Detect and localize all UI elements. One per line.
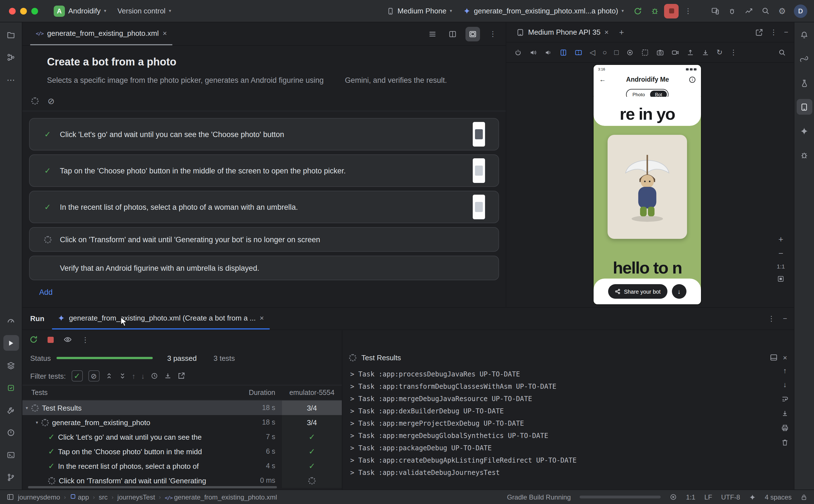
- tool-window-widget-icon[interactable]: [7, 493, 14, 501]
- breadcrumb-module[interactable]: app: [70, 493, 89, 501]
- test-tree-row[interactable]: Click on 'Transform' and wait until 'Gen…: [22, 473, 342, 488]
- panel-more-options-icon[interactable]: ⋮: [770, 29, 777, 36]
- clear-console-icon[interactable]: [781, 439, 789, 446]
- fold-open-icon[interactable]: [575, 48, 582, 56]
- zoom-level-label[interactable]: 1:1: [777, 263, 785, 270]
- breadcrumb-journeys-test[interactable]: journeysTest: [117, 493, 155, 501]
- step-screenshot-thumbnail[interactable]: [473, 195, 485, 219]
- overview-nav-icon[interactable]: □: [614, 49, 619, 56]
- push-file-icon[interactable]: [686, 48, 694, 56]
- emulator-screen[interactable]: 3:16 ← Androidify Me i: [594, 65, 701, 304]
- breadcrumb-file[interactable]: </> generate_from_existing_photo.xml: [165, 493, 277, 501]
- build-tool-icon[interactable]: [3, 402, 19, 418]
- close-icon[interactable]: ×: [163, 29, 167, 37]
- test-tree-row[interactable]: ✓ In the recent list of photos, select a…: [22, 459, 342, 473]
- line-separator[interactable]: LF: [704, 493, 712, 501]
- power-icon[interactable]: [514, 48, 522, 56]
- indent-setting[interactable]: 4 spaces: [765, 493, 792, 501]
- profiler-tool-icon[interactable]: [3, 313, 19, 328]
- download-bot-button[interactable]: ↓: [672, 284, 686, 299]
- record-video-icon[interactable]: [671, 48, 679, 56]
- tests-column-header[interactable]: Tests: [22, 389, 238, 397]
- stop-journey-icon[interactable]: ⊘: [48, 97, 55, 105]
- print-icon[interactable]: [781, 424, 789, 432]
- journey-step[interactable]: ✓ Click 'Let's go' and wait until you ca…: [29, 118, 499, 150]
- horizontal-scrollbar[interactable]: [28, 486, 277, 488]
- close-icon[interactable]: ×: [260, 314, 264, 322]
- add-device-tab-button[interactable]: +: [614, 25, 629, 39]
- close-window-button[interactable]: [9, 8, 16, 14]
- journey-step[interactable]: ✓ Tap on the 'Choose photo' button in th…: [29, 154, 499, 187]
- run-tab[interactable]: generate_from_existing_photo.xml (Create…: [52, 308, 270, 329]
- journey-step[interactable]: Verify that an Android figurine with an …: [29, 256, 499, 280]
- device-column-header[interactable]: emulator-5554: [282, 389, 342, 397]
- add-step-button[interactable]: Add: [39, 288, 53, 296]
- share-bot-button[interactable]: Share your bot: [608, 284, 667, 299]
- project-tool-icon[interactable]: [3, 27, 19, 43]
- device-more-options-icon[interactable]: ⋮: [730, 49, 737, 56]
- split-view-button[interactable]: [445, 27, 460, 41]
- zoom-in-icon[interactable]: +: [778, 235, 784, 243]
- close-console-icon[interactable]: ×: [783, 353, 787, 362]
- more-actions-button[interactable]: ⋮: [681, 4, 695, 18]
- terminal-tool-icon[interactable]: [3, 447, 19, 463]
- test-tree-row[interactable]: ✓ Tap on the 'Choose photo' button in th…: [22, 444, 342, 459]
- rerun-button[interactable]: [631, 4, 645, 18]
- breadcrumb-src[interactable]: src: [99, 493, 108, 501]
- test-history-icon[interactable]: [150, 372, 158, 380]
- debug-button[interactable]: [647, 4, 662, 18]
- problems-tool-icon[interactable]: [3, 425, 19, 440]
- back-arrow-icon[interactable]: ←: [599, 76, 606, 83]
- stop-button[interactable]: [664, 4, 679, 18]
- design-view-button[interactable]: [465, 27, 480, 41]
- close-icon[interactable]: ×: [604, 28, 609, 36]
- rerun-tests-icon[interactable]: [29, 335, 38, 344]
- file-encoding[interactable]: UTF-8: [721, 493, 740, 501]
- test-tree-row[interactable]: ▾ Test Results 18 s 3/4: [22, 401, 342, 415]
- breadcrumb-project[interactable]: journeysdemo: [18, 493, 60, 501]
- open-in-new-window-icon[interactable]: [756, 28, 763, 36]
- version-control-tool-icon[interactable]: [3, 469, 19, 485]
- watch-options-icon[interactable]: [63, 335, 72, 344]
- minimize-panel-icon[interactable]: −: [783, 315, 787, 322]
- services-tool-icon[interactable]: [3, 357, 19, 373]
- app-quality-insights-tool-icon[interactable]: [796, 147, 812, 163]
- run-configuration-selector[interactable]: generate_from_existing_photo.xml...a pho…: [459, 4, 628, 18]
- info-icon[interactable]: i: [689, 76, 695, 83]
- resource-manager-tool-icon[interactable]: [796, 75, 812, 91]
- run-tool-icon[interactable]: [3, 335, 19, 351]
- journey-step[interactable]: Click on 'Transform' and wait until 'Gen…: [29, 227, 499, 252]
- zoom-window-button[interactable]: [31, 8, 38, 14]
- gradle-build-status[interactable]: Gradle Build Running: [507, 493, 571, 501]
- zoom-to-fit-icon[interactable]: [777, 275, 784, 282]
- import-results-icon[interactable]: [164, 372, 171, 380]
- scroll-to-end-icon[interactable]: [781, 409, 789, 417]
- back-nav-icon[interactable]: ◁: [590, 49, 595, 56]
- device-mirroring-icon[interactable]: [708, 4, 722, 18]
- export-results-icon[interactable]: [177, 372, 185, 380]
- home-nav-icon[interactable]: ○: [603, 49, 607, 56]
- screenshot-icon[interactable]: [656, 48, 664, 56]
- profiler-icon[interactable]: [741, 4, 756, 18]
- test-tree-row[interactable]: ▾ generate_from_existing_photo 18 s 3/4: [22, 415, 342, 430]
- scroll-down-icon[interactable]: ↓: [783, 381, 787, 388]
- settings-button[interactable]: ⚙: [775, 4, 789, 18]
- structure-tool-icon[interactable]: [3, 49, 19, 65]
- collapse-all-icon[interactable]: [118, 372, 126, 380]
- pull-file-icon[interactable]: [701, 48, 709, 56]
- fold-closed-icon[interactable]: [559, 48, 567, 56]
- running-devices-tool-icon[interactable]: [796, 99, 812, 115]
- minimize-window-button[interactable]: [20, 8, 27, 14]
- editor-tab[interactable]: </> generate_from_existing_photo.xml ×: [30, 22, 173, 45]
- search-everywhere-button[interactable]: [758, 4, 773, 18]
- restart-device-icon[interactable]: ↻: [716, 49, 723, 56]
- build-variants-tool-icon[interactable]: [3, 380, 19, 395]
- expand-all-icon[interactable]: [105, 372, 113, 380]
- caret-position[interactable]: 1:1: [686, 493, 695, 501]
- next-occurrence-icon[interactable]: ↓: [141, 372, 145, 380]
- soft-wrap-icon[interactable]: [781, 395, 789, 403]
- gemini-tool-icon[interactable]: [796, 123, 812, 139]
- gradle-tool-icon[interactable]: [796, 51, 812, 67]
- volume-down-icon[interactable]: [544, 48, 552, 56]
- device-selector[interactable]: Medium Phone ▾: [382, 4, 457, 18]
